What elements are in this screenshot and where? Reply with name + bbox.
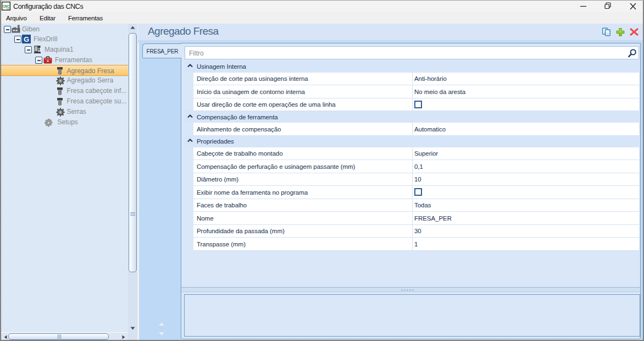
svg-text:G: G: [24, 35, 29, 43]
svg-text:CNC: CNC: [3, 4, 9, 9]
